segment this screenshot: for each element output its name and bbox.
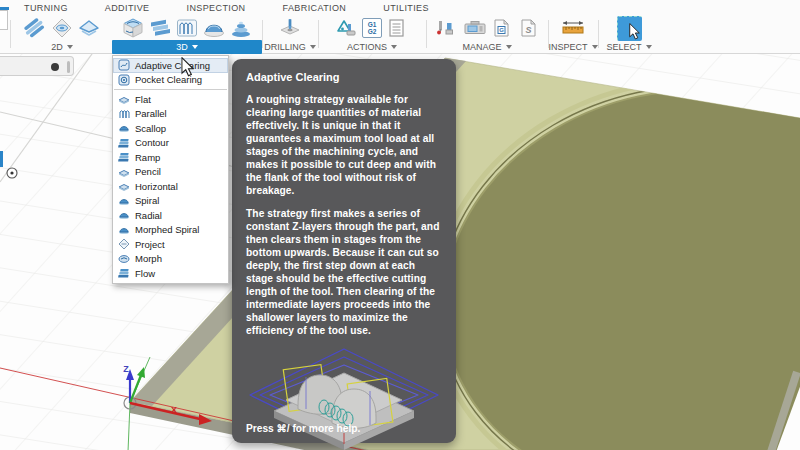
group-2d: 2D bbox=[12, 16, 112, 54]
menu-item-label: Adaptive Clearing bbox=[135, 60, 210, 71]
drilling-icon[interactable] bbox=[278, 17, 302, 39]
2d-face-icon[interactable] bbox=[50, 17, 74, 39]
tab-fabrication[interactable]: FABRICATION bbox=[283, 3, 347, 13]
menu-item-label: Morphed Spiral bbox=[135, 224, 199, 235]
menu-item-pencil[interactable]: Pencil bbox=[113, 165, 228, 180]
group-label-inspect[interactable]: INSPECT bbox=[548, 40, 598, 54]
adaptive-clearing-tooltip: Adaptive Clearing A roughing strategy av… bbox=[232, 59, 456, 443]
3d-pocket-clearing-icon[interactable] bbox=[148, 17, 172, 39]
2d-pocket-icon[interactable] bbox=[23, 17, 47, 39]
menu-item-adaptive-clearing[interactable]: Adaptive Clearing bbox=[113, 58, 228, 73]
menu-item-spiral[interactable]: Spiral bbox=[113, 194, 228, 209]
tool-library-icon[interactable] bbox=[433, 17, 459, 39]
mouse-cursor bbox=[181, 57, 194, 77]
adaptive-clearing-preview-image bbox=[246, 347, 442, 450]
menu-item-label: Spiral bbox=[135, 195, 159, 206]
menu-item-label: Parallel bbox=[135, 108, 167, 119]
origin-view-icon[interactable] bbox=[6, 167, 18, 179]
browser-dot-icon bbox=[51, 63, 59, 71]
menu-item-label: Ramp bbox=[135, 152, 160, 163]
setup-sheet-icon[interactable] bbox=[385, 17, 409, 39]
post-process-icon[interactable]: G1G2 bbox=[362, 18, 382, 38]
menu-item-contour[interactable]: Contour bbox=[113, 136, 228, 151]
parallel-icon bbox=[118, 108, 130, 120]
select-icon[interactable] bbox=[617, 16, 642, 41]
menu-item-radial[interactable]: Radial bbox=[113, 208, 228, 223]
group-drilling: DRILLING bbox=[262, 16, 318, 54]
group-label-select[interactable]: SELECT bbox=[598, 40, 660, 54]
menu-item-label: Flat bbox=[135, 94, 151, 105]
z-axis-label: Z bbox=[123, 364, 129, 374]
pocket-clearing-icon bbox=[118, 74, 130, 86]
chevron-down-icon bbox=[310, 45, 316, 49]
menu-item-ramp[interactable]: Ramp bbox=[113, 150, 228, 165]
group-label-actions[interactable]: ACTIONS bbox=[318, 40, 426, 54]
3d-parallel-icon[interactable] bbox=[175, 17, 199, 39]
menu-item-label: Contour bbox=[135, 137, 169, 148]
group-label-2d[interactable]: 2D bbox=[12, 40, 112, 54]
3d-adaptive-clearing-icon[interactable] bbox=[121, 17, 145, 39]
script-document-icon[interactable]: S bbox=[518, 17, 542, 39]
x-axis-label: X bbox=[171, 405, 177, 415]
group-3d: 3D bbox=[112, 16, 262, 54]
3d-scallop-icon[interactable] bbox=[202, 17, 226, 39]
chevron-down-icon bbox=[592, 45, 598, 49]
adaptive-clearing-icon bbox=[118, 59, 130, 71]
left-edge-tab[interactable] bbox=[0, 151, 3, 167]
menu-item-label: Morph bbox=[135, 253, 162, 264]
tab-turning[interactable]: TURNING bbox=[24, 3, 68, 13]
gcode-document-icon[interactable]: G bbox=[491, 17, 515, 39]
tab-additive[interactable]: ADDITIVE bbox=[105, 3, 150, 13]
menu-item-morph[interactable]: Morph bbox=[113, 252, 228, 267]
fusion-cam-window: Z X TURNING ADDITIVE INSPECTION FABRICAT… bbox=[0, 0, 800, 450]
group-select: SELECT bbox=[598, 16, 660, 54]
collapsed-browser-bar[interactable] bbox=[0, 56, 74, 76]
flow-icon bbox=[118, 267, 130, 279]
contour-icon bbox=[118, 137, 130, 149]
group-label-manage[interactable]: MANAGE bbox=[426, 40, 548, 54]
menu-item-horizontal[interactable]: Horizontal bbox=[113, 179, 228, 194]
menu-item-label: Flow bbox=[135, 268, 155, 279]
menu-item-label: Radial bbox=[135, 210, 162, 221]
group-inspect: INSPECT bbox=[548, 16, 598, 54]
group-label-3d[interactable]: 3D bbox=[112, 40, 262, 54]
chevron-down-icon bbox=[67, 45, 73, 49]
group-actions: G1G2 ACTIONS bbox=[318, 16, 426, 54]
ribbon-toolbar: TURNING ADDITIVE INSPECTION FABRICATION … bbox=[0, 0, 800, 54]
ramp-icon bbox=[118, 151, 130, 163]
tooltip-help-hint: Press ⌘/ for more help. bbox=[246, 423, 360, 434]
menu-item-scallop[interactable]: Scallop bbox=[113, 121, 228, 136]
2d-contour-icon[interactable] bbox=[77, 17, 101, 39]
svg-text:G: G bbox=[499, 27, 504, 33]
simulate-icon[interactable] bbox=[335, 17, 359, 39]
radial-icon bbox=[118, 209, 130, 221]
tab-utilities[interactable]: UTILITIES bbox=[383, 3, 429, 13]
project-icon bbox=[118, 238, 130, 250]
menu-item-pocket-clearing[interactable]: Pocket Clearing bbox=[113, 73, 228, 88]
horizontal-icon bbox=[118, 180, 130, 192]
menu-item-project[interactable]: Project bbox=[113, 237, 228, 252]
tab-inspection[interactable]: INSPECTION bbox=[187, 3, 246, 13]
3d-strategy-dropdown-menu: Adaptive Clearing Pocket Clearing Flat P… bbox=[112, 55, 229, 284]
tooltip-paragraph-2: The strategy first makes a series of con… bbox=[246, 207, 442, 337]
machine-icon[interactable] bbox=[462, 17, 488, 39]
drag-handle[interactable] bbox=[67, 61, 70, 73]
group-label-drilling[interactable]: DRILLING bbox=[262, 40, 318, 54]
document-tab-fragment bbox=[0, 10, 8, 30]
menu-item-label: Project bbox=[135, 239, 165, 250]
3d-morphed-spiral-icon[interactable] bbox=[229, 17, 253, 39]
chevron-down-icon bbox=[646, 45, 652, 49]
menu-separator bbox=[114, 89, 227, 90]
menu-item-morphed-spiral[interactable]: Morphed Spiral bbox=[113, 223, 228, 238]
tooltip-paragraph-1: A roughing strategy available for cleari… bbox=[246, 93, 442, 197]
chevron-down-icon bbox=[192, 45, 198, 49]
menu-item-label: Scallop bbox=[135, 123, 166, 134]
menu-item-parallel[interactable]: Parallel bbox=[113, 107, 228, 122]
chevron-down-icon bbox=[391, 45, 397, 49]
menu-item-flow[interactable]: Flow bbox=[113, 266, 228, 281]
measure-icon[interactable] bbox=[559, 17, 587, 39]
scallop-icon bbox=[118, 122, 130, 134]
menu-item-flat[interactable]: Flat bbox=[113, 92, 228, 107]
morphed-spiral-icon bbox=[118, 224, 130, 236]
group-manage: G S MANAGE bbox=[426, 16, 548, 54]
